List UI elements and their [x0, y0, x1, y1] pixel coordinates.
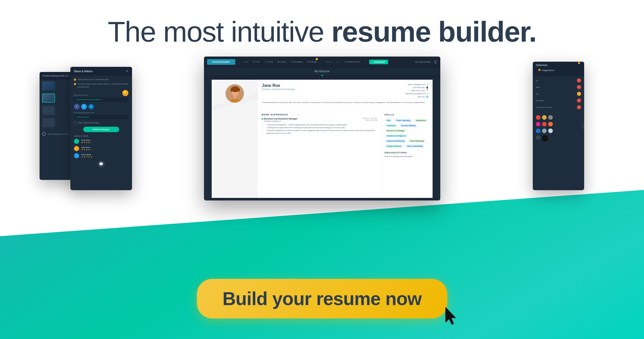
color-dot-red-1[interactable]	[536, 115, 540, 120]
thumbnail-label: Thumbnail Button Text	[74, 112, 128, 114]
job-entry: Business Development Manager AirState So…	[262, 117, 378, 135]
star-1-5: ★	[90, 141, 92, 144]
person-info-2: Jane Roe ★ ★ ★ ★ ★	[81, 146, 92, 151]
suggestions-label: Suggestions	[542, 69, 554, 71]
share-advice-panel: Share & Advice ✕ Shared links have no au…	[70, 67, 132, 190]
color-dot-lightblue[interactable]	[542, 129, 547, 133]
skill-public-speaking: Public Speaking	[395, 119, 412, 122]
optimizer-row-2: ation +	[536, 85, 581, 89]
bullet-1: Successfully managed $2 - 3 million budg…	[266, 123, 378, 126]
layout-btn[interactable]: ⊞ Layout	[276, 60, 287, 63]
theme-btn[interactable]: ✓ Theme	[263, 60, 274, 63]
person-stars-2: ★ ★ ★ ★ ★	[81, 149, 92, 151]
external-link-icon: ↗	[280, 120, 282, 122]
publish-button[interactable]: Publish Changes	[83, 127, 119, 132]
share-panel-title: Share & Advice	[74, 70, 93, 73]
design-label: Design	[243, 61, 249, 63]
resume-ruler	[204, 75, 440, 80]
person-name-1: John Doe	[81, 139, 92, 141]
hide-contact-row: Hide Contact Information	[74, 121, 128, 124]
resume-header-info: Jane Roe Business Development Manager ja…	[258, 80, 433, 109]
novoresume-logo: novoresume	[207, 59, 235, 65]
color-dot-pink[interactable]	[536, 122, 540, 126]
star-2-5: ★	[90, 149, 92, 151]
my-documents-btn[interactable]: My Documents	[415, 61, 431, 63]
orange-dot-2	[74, 83, 76, 85]
badge-dot	[538, 69, 540, 71]
bullet-text-1: Shared links have no automatic upd...	[78, 78, 110, 81]
close-icon[interactable]: ✕	[126, 69, 128, 73]
avatar-svg	[226, 84, 244, 103]
chat-bubble-icon: 💬	[98, 160, 105, 168]
star-1-2: ★	[83, 141, 85, 144]
cta-wrapper: Build your resume now	[197, 279, 447, 318]
bullet-1: Shared links have no automatic upd...	[74, 78, 128, 81]
color-dot-darkblue[interactable]	[536, 135, 540, 140]
cta-text: Build your resume now	[222, 288, 422, 309]
color-palettes-section	[536, 112, 581, 141]
logo-text: novoresume	[212, 60, 230, 63]
bullet-3: Reviewed constantly the customer feedbac…	[266, 129, 378, 135]
optimizer-label-4: ical Skills	[536, 99, 544, 102]
job-location: New York, USA	[362, 119, 377, 121]
optimizer-notification-dot	[578, 62, 580, 64]
color-dot-blue[interactable]	[536, 129, 540, 133]
settings-btn[interactable]: ⚙ Settings	[306, 60, 318, 63]
svg-rect-32	[234, 96, 236, 99]
svg-line-5	[47, 109, 50, 111]
location-icon: 📍	[426, 89, 428, 92]
templates-btn[interactable]: ⊡ Templates	[290, 60, 304, 63]
color-dot-silver[interactable]	[548, 129, 553, 133]
bg-thumb-1	[42, 81, 55, 90]
suggestions-badge: Suggestions	[536, 68, 557, 72]
color-dot-gold-1[interactable]	[542, 115, 547, 120]
palette-row-4	[536, 135, 581, 141]
skill-sales-marketing: Sales & Marketing	[405, 144, 424, 148]
skill-emotional-intelligence: Emotional Intelligence	[385, 134, 408, 138]
font-btn[interactable]: Ⓐ Font	[252, 60, 261, 64]
resume-two-col: WORK EXPERIENCE Business Development Man…	[258, 109, 433, 198]
optimizer-badge-2: +	[577, 85, 581, 89]
resume-main-content: Jane Roe Business Development Manager ja…	[258, 80, 433, 198]
linkedin-icon[interactable]: in	[88, 104, 94, 109]
next-arrow[interactable]: ›	[581, 122, 584, 130]
optimizer-badge-4: +	[577, 98, 581, 103]
download-btn[interactable]: ↓ Download	[369, 60, 388, 64]
contact-email: jane.roe@gmail.com ✉	[405, 83, 428, 86]
contact-phone: 202-555-0166 📱	[405, 86, 428, 89]
bg-thumb-4	[42, 118, 55, 127]
color-dot-gray-1[interactable]	[548, 115, 553, 120]
cta-button[interactable]: Build your resume now	[197, 279, 447, 318]
star-2-3: ★	[86, 149, 88, 151]
facebook-icon[interactable]: f	[74, 104, 80, 109]
person-avatar-2	[74, 146, 79, 151]
color-dot-black[interactable]	[542, 135, 548, 141]
twitter-icon[interactable]: t	[81, 104, 87, 109]
job-header: Business Development Manager AirState So…	[264, 117, 378, 123]
toolbar-sep-3	[365, 59, 366, 65]
job-meta: 08/2014 – 06/2017 New York, USA	[362, 117, 377, 121]
chat-bubble-row: 💬	[74, 160, 128, 168]
doc-link-box[interactable]: https://novoresume.com/refler-m...	[74, 97, 128, 102]
hamburger-icon[interactable]: ☰	[434, 60, 437, 64]
color-dot-orange[interactable]	[548, 122, 553, 126]
contact-location: New York, USA 📍	[405, 89, 428, 92]
star-3-4: ★	[88, 156, 90, 158]
svg-marker-34	[445, 307, 456, 325]
resume-title-text: My Résumé	[314, 70, 330, 73]
color-dot-red-2[interactable]	[542, 122, 547, 126]
person-name-2: Jane Roe	[81, 146, 92, 149]
timeline-line	[262, 120, 263, 135]
star-1-1: ★	[81, 141, 83, 144]
palette-row-1	[536, 115, 581, 120]
skills-tags: SEO Public Speaking Negotiation Teamwork…	[385, 117, 430, 148]
skill-outbound-marketing: Outbound Marketing	[385, 139, 406, 143]
advice-icon-symbol: 💡	[123, 91, 127, 95]
global-archive-btn[interactable]: ⊕ Global Archive	[343, 60, 362, 63]
toolbar-arrows: ◁ ▷	[336, 61, 340, 63]
work-section-title: WORK EXPERIENCE	[262, 113, 378, 116]
optimizer-title: Optimizer	[536, 64, 548, 67]
svg-line-6	[50, 110, 52, 111]
checkbox-hide-contact[interactable]	[74, 121, 77, 124]
person-name-3: Chris Bow	[81, 153, 92, 156]
